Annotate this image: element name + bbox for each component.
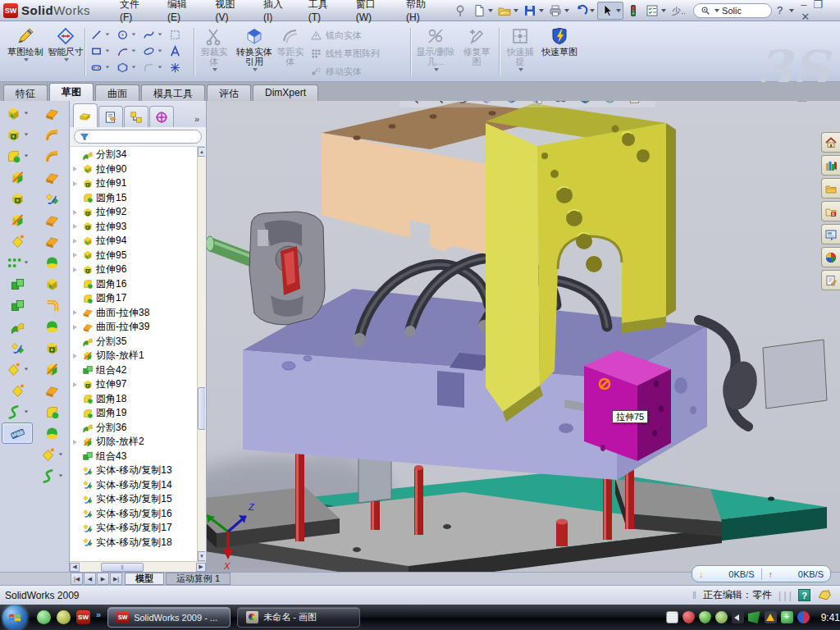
scroll-down-icon[interactable]: ▼ [198,551,205,561]
tray-icon[interactable] [797,611,810,623]
toolbar-button[interactable] [2,337,33,358]
view-tool-button[interactable] [455,101,477,105]
quick-toolbar-button[interactable] [643,2,668,19]
tray-icon[interactable] [732,611,744,623]
tree-horizontal-scrollbar[interactable]: ◀ ⫴ ▶ [70,561,206,572]
toolbar-button[interactable] [2,103,33,124]
view-tool-button[interactable] [554,101,575,105]
toolbar-button[interactable] [36,145,67,167]
graphics-viewport[interactable]: Y Z X –❐✕ 拉伸75 [207,101,840,572]
rapid-sketch-button[interactable]: 快速草图 [541,25,578,77]
help-button[interactable]: ? [777,4,783,16]
feature-tree-item[interactable]: 曲面-拉伸38 [71,306,205,321]
toolbar-button[interactable] [36,358,67,380]
tab-nav-button[interactable]: ◀ [84,573,96,585]
quick-toolbar-button[interactable] [546,2,571,19]
repair-sketch-button[interactable]: 修复草图 [459,25,494,77]
toolbar-button[interactable] [2,188,33,209]
expand-arrow-icon[interactable] [73,239,80,244]
menu-item[interactable]: 插入(I) [253,0,297,26]
toolbar-button[interactable] [36,167,67,188]
model-canvas[interactable]: Y Z X [207,101,840,572]
trim-entities-button[interactable]: 剪裁实体 [197,25,231,77]
toolbar-button[interactable] [2,273,33,294]
task-pane-tab[interactable] [821,132,840,153]
offset-entities-button[interactable]: 等距实体 [274,25,307,77]
menu-item[interactable]: 工具(T) [299,0,345,26]
feature-tree-item[interactable]: 曲面-拉伸39 [71,320,205,335]
model-fittings-right[interactable] [699,320,827,427]
dropdown-arrow-icon[interactable] [488,9,493,12]
toolbar-button[interactable] [2,124,33,145]
toolbar-button[interactable] [36,103,67,124]
quicklaunch-solidworks-icon[interactable]: SW [76,610,90,624]
feature-tree-item[interactable]: 分割35 [71,335,205,349]
expand-arrow-icon[interactable] [73,167,80,171]
model-sprue-bushing-gray[interactable] [207,212,325,325]
scroll-right-icon[interactable]: ▶ [196,563,206,572]
feature-tree-item[interactable]: 圆角16 [71,277,205,292]
feature-tree-item[interactable]: 拉伸90 [71,162,205,177]
sketch-entity-button[interactable] [87,26,113,43]
doc-restore-button[interactable]: ❐ [797,101,816,104]
sketch-entity-button[interactable] [113,26,139,43]
dropdown-arrow-icon[interactable] [590,9,595,12]
expand-arrow-icon[interactable] [73,253,80,258]
feature-manager-tab[interactable] [98,106,123,127]
move-entities-button[interactable]: 移动实体 [310,63,405,80]
help-dropdown-icon[interactable] [789,9,794,12]
toolbar-button[interactable] [2,294,33,316]
tree-vertical-scrollbar[interactable]: ▲ ▼ [197,147,205,561]
feature-tree-item[interactable]: 实体-移动/复制18 [71,536,205,550]
toolbar-button[interactable] [2,231,33,252]
feature-tree-item[interactable]: 组合42 [71,363,205,378]
sketch-entity-button[interactable] [166,59,192,75]
toolbar-button[interactable] [2,252,33,273]
display-delete-relations-button[interactable]: 显示/删除几... [415,25,456,77]
quick-toolbar-button[interactable] [521,2,546,19]
tray-icon[interactable] [781,611,793,623]
command-tab[interactable]: 评估 [207,84,251,101]
start-button[interactable] [2,605,27,630]
tray-icon[interactable] [699,611,711,623]
view-tool-button[interactable] [504,101,526,105]
sketch-entity-button[interactable] [87,59,113,75]
feature-tree-item[interactable]: 圆角17 [71,291,205,306]
feature-manager-tab[interactable] [149,106,174,127]
quick-toolbar-button[interactable] [470,2,495,19]
feature-tree-item[interactable]: 切除-放样2 [71,435,205,450]
toolbar-button[interactable] [36,231,67,252]
sketch-entity-button[interactable] [139,43,166,59]
toolbar-button[interactable] [36,294,67,316]
toolbar-button[interactable] [2,401,33,422]
scrollbar-thumb[interactable] [198,387,205,430]
taskbar-clock[interactable]: 9:41 [821,612,840,623]
taskbar-window-button[interactable]: 未命名 - 画图 [237,607,360,628]
sketch-entity-button[interactable] [139,26,166,43]
quick-toolbar-button[interactable] [597,2,623,20]
scroll-left-icon[interactable]: ◀ [70,563,80,572]
feature-tree-item[interactable]: 圆角18 [71,392,205,407]
feature-tree-item[interactable]: 拉伸91 [71,176,205,191]
task-pane-tab[interactable] [821,224,840,244]
task-pane-tab[interactable] [821,178,840,199]
feature-tree-item[interactable]: 组合43 [71,450,205,464]
scroll-up-icon[interactable]: ▲ [198,147,205,157]
search-dropdown-icon[interactable] [714,9,719,12]
expand-arrow-icon[interactable] [73,267,80,272]
linear-pattern-button[interactable]: 线性草图阵列 [310,45,405,62]
quick-toolbar-button[interactable] [495,2,520,19]
quick-toolbar-button[interactable] [624,2,642,19]
sketch-entity-button[interactable] [139,59,166,75]
tray-icon[interactable] [682,611,695,623]
tab-model[interactable]: 模型 [125,573,164,585]
dropdown-arrow-icon[interactable] [514,9,518,12]
quick-toolbar-button[interactable] [451,2,469,19]
view-tool-button[interactable] [406,101,427,105]
model-pin-small-red[interactable] [556,519,568,547]
restore-button[interactable]: ❐ [813,0,824,11]
view-tool-button[interactable] [431,101,452,105]
dropdown-arrow-icon[interactable] [616,9,621,12]
toolbar-button[interactable] [36,401,67,422]
tray-icon[interactable] [715,611,728,623]
